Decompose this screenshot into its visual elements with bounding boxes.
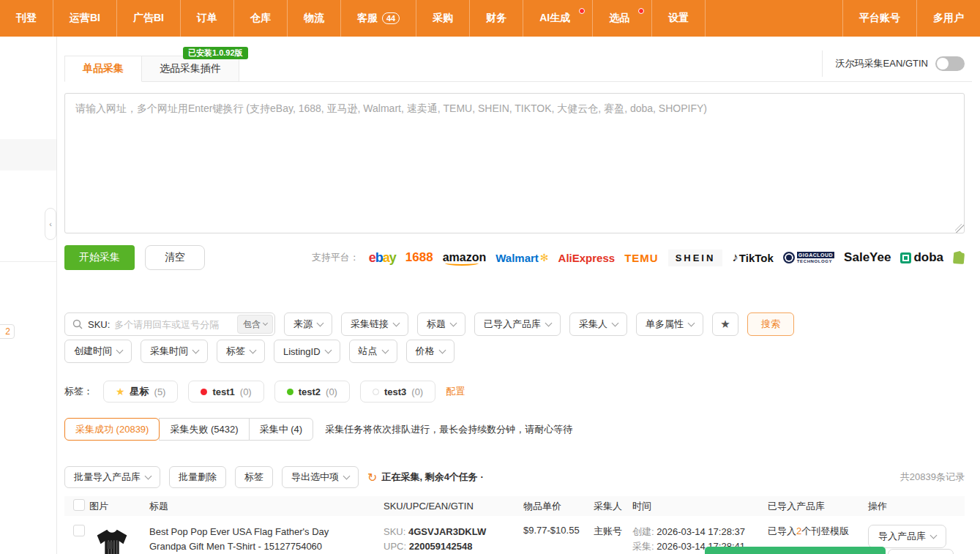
url-input-textarea[interactable] [64, 93, 965, 233]
filter-site[interactable]: 站点 [349, 340, 397, 363]
search-button[interactable]: 搜索 [747, 312, 794, 336]
row-checkbox[interactable] [73, 525, 85, 536]
green-dot-icon [287, 389, 293, 395]
status-tab-collecting[interactable]: 采集中 (4) [249, 418, 314, 441]
tiktok-logo-icon: ♪TikTok [732, 250, 773, 265]
tag-config-link[interactable]: 配置 [446, 385, 465, 398]
tag-button[interactable]: 标签 [235, 466, 273, 488]
filter-collector[interactable]: 采集人 [569, 312, 627, 336]
sku-filter: SKU: 包含 [64, 312, 275, 336]
aliexpress-logo-icon: AliExpress [558, 252, 616, 264]
nav-label: 订单 [197, 12, 217, 25]
collect-actions-row: 开始采集 清空 支持平台： ebay 1688 amazon Walmart✻ … [64, 245, 965, 270]
nav-item-orders[interactable]: 订单 [181, 0, 234, 37]
queue-note: 采集任务将依次排队进行，最长会持续数分钟，请耐心等待 [325, 423, 572, 436]
filter-price[interactable]: 价格 [406, 340, 455, 363]
filter-tag[interactable]: 标签 [217, 340, 265, 363]
status-tab-failed[interactable]: 采集失败 (5432) [159, 418, 249, 441]
start-collect-button[interactable]: 开始采集 [64, 245, 135, 270]
filter-listing-id[interactable]: ListingID [274, 340, 340, 363]
status-tab-success[interactable]: 采集成功 (20839) [64, 418, 160, 441]
col-imported: 已导入产品库 [768, 500, 868, 513]
bulk-delete-button[interactable]: 批量删除 [169, 466, 226, 488]
nav-item-ai-generate[interactable]: AI生成 [523, 0, 593, 37]
nav-item-settings[interactable]: 设置 [652, 0, 706, 37]
chevron-down-icon [317, 319, 324, 326]
star-filter-button[interactable]: ★ [712, 312, 738, 336]
partial-action-button[interactable] [888, 549, 954, 554]
nav-item-ad-bi[interactable]: 广告BI [117, 0, 181, 37]
temu-logo-icon: TEMU [624, 252, 659, 264]
gigacloud-logo-icon: GIGACLOUDTECHNOLOGY [783, 252, 834, 263]
tag-test1[interactable]: test1 (0) [188, 381, 263, 403]
sidebar-collapse-handle[interactable]: ‹ [45, 208, 56, 240]
nav-label: 财务 [486, 12, 506, 25]
chevron-down-icon [324, 346, 332, 353]
filter-source[interactable]: 来源 [284, 312, 332, 336]
filter-collect-time[interactable]: 采集时间 [141, 340, 208, 363]
page: 刊登 运营BI 广告BI 订单 仓库 物流 客服 44 采购 财务 AI生成 选… [0, 0, 980, 554]
tags-label: 标签： [64, 385, 93, 398]
nav-item-operation-bi[interactable]: 运营BI [53, 0, 117, 37]
nav-label: 仓库 [250, 12, 271, 25]
nav-item-publish[interactable]: 刊登 [0, 0, 53, 37]
chevron-down-icon [343, 472, 351, 479]
nav-item-purchase[interactable]: 采购 [416, 0, 470, 37]
created-line: 创建: 2026-03-14 17:28:37 [632, 525, 768, 539]
walmart-ean-toggle[interactable] [935, 56, 965, 71]
tab-selection-plugin[interactable]: 选品采集插件 已安装1.0.92版 [142, 56, 239, 82]
nav-item-logistics[interactable]: 物流 [288, 0, 341, 37]
nav-label: 采购 [433, 12, 453, 25]
tab-bar: 单品采集 选品采集插件 已安装1.0.92版 沃尔玛采集EAN/GTIN [64, 55, 972, 82]
nav-item-service[interactable]: 客服 44 [341, 0, 416, 37]
nav-label: 运营BI [70, 12, 100, 25]
notification-dot-icon [638, 8, 644, 14]
nav-item-finance[interactable]: 财务 [470, 0, 523, 37]
filter-collect-link[interactable]: 采集链接 [341, 312, 408, 336]
product-title-link[interactable]: Best Pop Pop Ever USA Flag Father's Day … [149, 525, 384, 554]
platforms-label: 支持平台： [312, 251, 359, 264]
nav-label: 广告BI [133, 12, 164, 25]
contain-mode-select[interactable]: 包含 [237, 315, 273, 334]
installed-version-badge: 已安装1.0.92版 [183, 47, 248, 59]
col-sku: SKU/UPC/EAN/GTIN [384, 501, 513, 512]
import-to-library-button[interactable]: 导入产品库 [868, 525, 946, 548]
tag-test3[interactable]: test3 (0) [360, 381, 435, 403]
records-total: 共20839条记录 [900, 471, 965, 484]
nav-item-selection[interactable]: 选品 [593, 0, 652, 37]
search-icon [72, 319, 83, 329]
chevron-down-icon [930, 531, 938, 539]
filter-title[interactable]: 标题 [417, 312, 465, 336]
bulk-actions-row: 批量导入产品库 批量删除 标签 导出选中项 ↻ 正在采集, 剩余4个任务 · 共… [64, 466, 965, 488]
walmart-toggle-group: 沃尔玛采集EAN/GTIN [822, 50, 965, 77]
sidebar-count-chip: 2 [0, 324, 15, 339]
product-image[interactable] [89, 525, 135, 554]
table-header: 图片 标题 SKU/UPC/EAN/GTIN 物品单价 采集人 时间 已导入产品… [64, 496, 965, 516]
filter-variant-type[interactable]: 单多属性 [636, 312, 703, 336]
nav-item-platform-accounts[interactable]: 平台账号 [843, 0, 917, 37]
nav-item-multi-user[interactable]: 多用户 [917, 0, 980, 37]
filter-imported[interactable]: 已导入产品库 [474, 312, 561, 336]
sidebar-active-item[interactable] [0, 139, 56, 171]
tag-test2[interactable]: test2 (0) [274, 381, 350, 403]
price-value: $9.77-$10.55 [513, 525, 580, 536]
clear-button[interactable]: 清空 [145, 245, 205, 270]
col-image: 图片 [89, 500, 149, 513]
gigacloud-globe-icon [783, 252, 795, 263]
star-icon: ★ [720, 318, 730, 331]
refresh-icon: ↻ [367, 471, 377, 484]
collecting-status: ↻ 正在采集, 剩余4个任务 · [367, 471, 484, 484]
tag-starred[interactable]: ★ 星标 (5) [103, 381, 178, 403]
nav-label: 选品 [609, 12, 629, 25]
1688-logo-icon: 1688 [405, 250, 433, 265]
bulk-import-button[interactable]: 批量导入产品库 [64, 466, 160, 488]
nav-label: 设置 [668, 12, 689, 25]
export-selected-button[interactable]: 导出选中项 [282, 466, 359, 488]
chevron-down-icon [250, 346, 257, 353]
filter-create-time[interactable]: 创建时间 [64, 340, 132, 363]
sku-input[interactable] [110, 319, 237, 330]
tab-single-collect[interactable]: 单品采集 [64, 56, 142, 82]
select-all-checkbox[interactable] [73, 499, 85, 511]
nav-item-warehouse[interactable]: 仓库 [234, 0, 288, 37]
empty-dot-icon [373, 389, 379, 395]
